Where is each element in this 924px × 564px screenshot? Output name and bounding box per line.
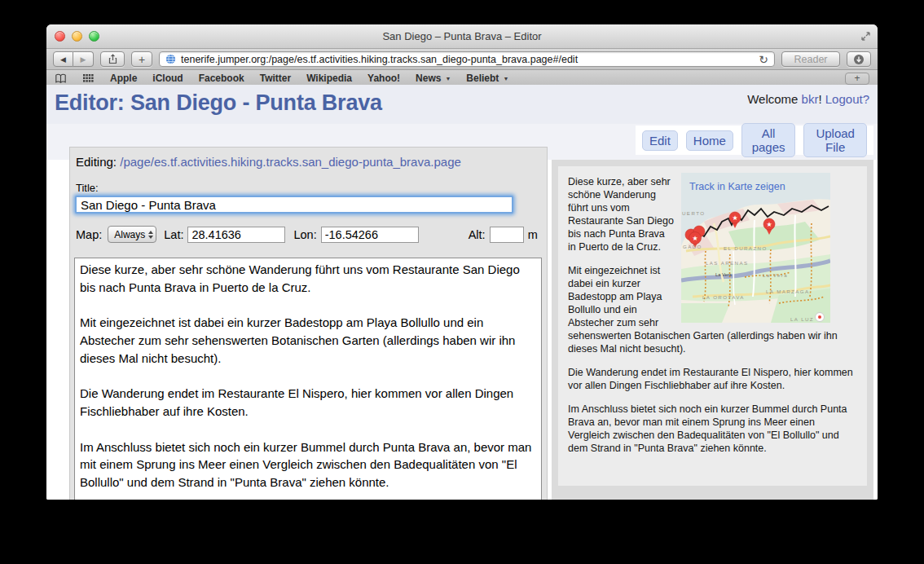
chevron-down-icon: ▼ xyxy=(445,76,451,82)
page-nav-buttons: Edit Home All pages Upload File xyxy=(636,126,873,155)
back-icon: ◀ xyxy=(60,55,66,64)
map-label: GADO xyxy=(683,244,702,249)
bookmark-wikipedia[interactable]: Wikipedia xyxy=(306,73,352,84)
welcome-text: Welcome xyxy=(747,92,798,106)
page-body-textarea[interactable]: Diese kurze, aber sehr schöne Wanderung … xyxy=(74,258,542,500)
lon-input[interactable] xyxy=(321,227,419,243)
editing-line: Editing: /page/es.tf.activities.hiking.t… xyxy=(76,155,542,169)
reader-label: Reader xyxy=(794,54,828,65)
add-bookmark-button[interactable]: + xyxy=(131,51,152,67)
edit-button[interactable]: Edit xyxy=(642,130,678,151)
map-label: LAS ARENAS xyxy=(706,260,749,266)
map-label: La Vera xyxy=(763,272,788,278)
upload-file-button[interactable]: Upload File xyxy=(803,123,867,157)
bookmark-folder-news[interactable]: News ▼ xyxy=(416,73,451,84)
map-thumbnail[interactable]: Track in Karte zeigen xyxy=(681,173,830,323)
minimize-window-button[interactable] xyxy=(72,31,82,42)
url-text: tenerife.jumper.org:/page/es.tf.activiti… xyxy=(181,54,754,65)
back-button[interactable]: ◀ xyxy=(53,51,73,67)
lon-label: Lon: xyxy=(293,228,316,241)
home-button[interactable]: Home xyxy=(686,130,733,151)
map-label: UERTO xyxy=(682,210,705,216)
share-button[interactable] xyxy=(100,51,125,67)
title-bar[interactable]: San Diego – Punta Brava – Editor xyxy=(46,24,878,49)
bookmark-twitter[interactable]: Twitter xyxy=(260,73,291,84)
address-bar[interactable]: tenerife.jumper.org:/page/es.tf.activiti… xyxy=(159,51,775,67)
map-label: LA LUZ xyxy=(790,316,814,322)
page-title-value: San Diego - Punta Brava xyxy=(130,90,382,115)
close-window-button[interactable] xyxy=(55,31,65,42)
map-mode-select[interactable]: Always xyxy=(108,226,156,243)
svg-text:★: ★ xyxy=(692,235,697,242)
plus-icon: + xyxy=(854,73,860,84)
globe-favicon-icon xyxy=(165,54,176,64)
welcome-bang: ! xyxy=(818,92,821,106)
lat-input[interactable] xyxy=(187,227,285,243)
page-content: Editor: San Diego - Punta Brava Welcome … xyxy=(46,85,878,500)
welcome-line: Welcome bkr! Logout? xyxy=(747,92,869,106)
top-sites-grid-icon[interactable] xyxy=(82,73,95,83)
browser-toolbar: ◀ ▶ + tenerife.jumper.org:/page/es.tf.ac… xyxy=(46,49,878,70)
editing-path-link[interactable]: /page/es.tf.activities.hiking.tracks.san… xyxy=(120,155,461,169)
alt-input[interactable] xyxy=(490,227,524,243)
alt-unit-label: m xyxy=(528,228,538,241)
reader-button[interactable]: Reader xyxy=(781,51,840,67)
preview-paragraph: Im Anschluss bietet sich noch ein kurzer… xyxy=(568,403,857,455)
bookmark-label: News xyxy=(416,73,441,84)
alt-label: Alt: xyxy=(469,228,486,241)
chevron-down-icon: ▼ xyxy=(503,76,508,82)
preview-box: Track in Karte zeigen xyxy=(558,166,867,486)
window-title: San Diego – Punta Brava – Editor xyxy=(382,30,541,42)
map-label: LA MARZAGA xyxy=(766,289,810,294)
editor-panel: Editing: /page/es.tf.activities.hiking.t… xyxy=(69,147,548,500)
page-header: Editor: San Diego - Punta Brava Welcome … xyxy=(46,85,878,124)
all-pages-button[interactable]: All pages xyxy=(741,123,796,157)
bookmark-label: Beliebt xyxy=(466,73,499,84)
map-settings-row: Map: Always Lat: Lon: Alt: m xyxy=(76,226,542,243)
bookmark-folder-beliebt[interactable]: Beliebt ▼ xyxy=(466,73,508,84)
page-title-label: Editor: xyxy=(55,90,125,115)
map-label-lavera: La Vera xyxy=(715,272,733,277)
show-track-on-map-link[interactable]: Track in Karte zeigen xyxy=(689,180,785,193)
editing-label: Editing: xyxy=(76,155,117,169)
map-label: LA OROTAVA xyxy=(702,294,745,300)
desktop: { "chrome": { "window_title": "San Diego… xyxy=(0,0,924,564)
zoom-window-button[interactable] xyxy=(89,31,99,42)
new-tab-button[interactable]: + xyxy=(845,73,869,85)
forward-button[interactable]: ▶ xyxy=(73,51,94,67)
map-label: EL DURAZNO xyxy=(724,245,768,251)
bookmarks-sidebar-icon[interactable] xyxy=(55,73,67,84)
bookmark-apple[interactable]: Apple xyxy=(110,73,137,84)
svg-text:★: ★ xyxy=(732,214,737,222)
downloads-button[interactable] xyxy=(847,51,871,67)
bookmark-yahoo[interactable]: Yahoo! xyxy=(367,73,400,84)
browser-window: San Diego – Punta Brava – Editor ◀ ▶ + xyxy=(46,24,878,500)
bookmark-facebook[interactable]: Facebook xyxy=(199,73,244,84)
title-field-label: Title: xyxy=(76,182,542,194)
map-mode-value: Always xyxy=(114,229,145,240)
forward-icon: ▶ xyxy=(81,55,86,64)
traffic-lights xyxy=(55,31,99,42)
share-icon xyxy=(108,54,118,64)
download-icon xyxy=(853,54,865,65)
history-nav: ◀ ▶ xyxy=(53,51,94,67)
bookmark-icloud[interactable]: iCloud xyxy=(152,73,183,84)
plus-icon: + xyxy=(139,53,145,66)
reload-icon[interactable]: ↻ xyxy=(759,54,768,65)
title-input[interactable] xyxy=(75,196,513,214)
fullscreen-icon[interactable] xyxy=(860,31,871,42)
map-label: Map: xyxy=(76,228,102,241)
map-image: ★ ★ ★ xyxy=(681,173,830,323)
svg-text:★: ★ xyxy=(766,221,772,228)
select-stepper-icon xyxy=(148,231,153,239)
page-title: Editor: San Diego - Punta Brava xyxy=(55,90,382,116)
lat-label: Lat: xyxy=(164,228,183,241)
logout-link[interactable]: Logout? xyxy=(825,92,869,106)
username-link[interactable]: bkr xyxy=(802,92,819,106)
preview-panel: Track in Karte zeigen xyxy=(552,160,873,500)
preview-paragraph: Die Wanderung endet im Restaurante El Ni… xyxy=(568,366,857,392)
